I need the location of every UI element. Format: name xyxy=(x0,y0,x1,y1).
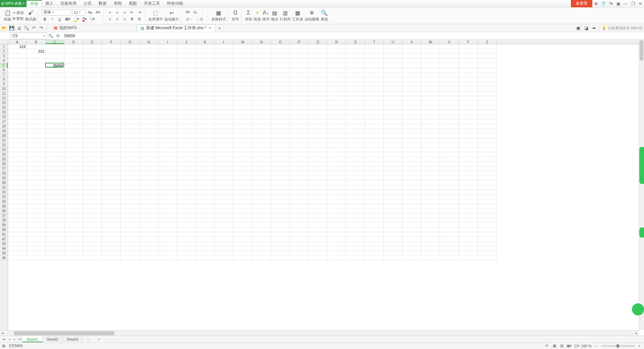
cell[interactable] xyxy=(158,134,177,138)
cell[interactable] xyxy=(83,237,102,242)
cell[interactable] xyxy=(346,91,365,96)
cell[interactable] xyxy=(8,251,27,256)
cell[interactable] xyxy=(421,209,440,213)
cell[interactable] xyxy=(121,228,140,232)
cell[interactable] xyxy=(309,246,327,251)
cell[interactable] xyxy=(233,162,252,166)
col-header[interactable]: R xyxy=(327,40,346,44)
cell[interactable] xyxy=(83,246,102,251)
font-size-combo[interactable]: 11▾ xyxy=(72,9,86,15)
cell[interactable] xyxy=(46,72,64,77)
cell[interactable] xyxy=(402,181,421,185)
cell[interactable] xyxy=(421,129,440,134)
cell[interactable] xyxy=(421,115,440,119)
cell[interactable] xyxy=(459,82,478,87)
cell[interactable] xyxy=(440,63,459,68)
cell[interactable] xyxy=(140,223,158,228)
cell[interactable] xyxy=(271,185,290,190)
cell[interactable] xyxy=(421,185,440,190)
cell[interactable] xyxy=(158,246,177,251)
cell[interactable] xyxy=(177,181,196,185)
cell[interactable] xyxy=(384,115,402,119)
cell[interactable] xyxy=(346,72,365,77)
cell[interactable] xyxy=(346,68,365,72)
cell[interactable] xyxy=(402,162,421,166)
cell[interactable] xyxy=(440,213,459,218)
cell[interactable] xyxy=(459,63,478,68)
cell[interactable] xyxy=(8,228,27,232)
cell[interactable] xyxy=(478,82,496,87)
sheet-next-icon[interactable]: ▸ xyxy=(12,338,17,341)
cell[interactable] xyxy=(402,101,421,105)
col-header[interactable]: U xyxy=(384,40,402,44)
cell[interactable] xyxy=(27,256,46,260)
cell[interactable] xyxy=(233,181,252,185)
cell[interactable] xyxy=(196,176,215,181)
cell[interactable] xyxy=(478,195,496,199)
cell[interactable] xyxy=(233,256,252,260)
cell[interactable] xyxy=(309,157,327,162)
cell[interactable] xyxy=(177,157,196,162)
scroll-thumb[interactable] xyxy=(640,40,643,60)
cell[interactable] xyxy=(83,115,102,119)
cell[interactable] xyxy=(102,148,121,152)
cell[interactable] xyxy=(233,115,252,119)
cell[interactable] xyxy=(252,195,271,199)
cell[interactable] xyxy=(46,237,64,242)
cell[interactable] xyxy=(64,58,83,63)
cell[interactable] xyxy=(384,190,402,195)
cell[interactable] xyxy=(102,242,121,246)
cell[interactable] xyxy=(27,237,46,242)
cell[interactable] xyxy=(83,256,102,260)
cell[interactable] xyxy=(252,129,271,134)
cell[interactable] xyxy=(196,96,215,101)
comma-button[interactable]: , xyxy=(200,9,206,15)
cell[interactable] xyxy=(478,251,496,256)
cell[interactable] xyxy=(215,185,233,190)
cell[interactable] xyxy=(440,115,459,119)
cell[interactable] xyxy=(271,110,290,115)
row-header[interactable]: 14 xyxy=(0,105,8,110)
cell[interactable] xyxy=(158,115,177,119)
cell[interactable] xyxy=(365,162,384,166)
cell[interactable] xyxy=(346,199,365,204)
open-icon[interactable]: 📂 xyxy=(1,25,7,31)
cell[interactable] xyxy=(196,119,215,124)
cell[interactable] xyxy=(365,256,384,260)
cell[interactable] xyxy=(252,115,271,119)
cell[interactable] xyxy=(102,63,121,68)
cell[interactable] xyxy=(384,223,402,228)
row-col-button[interactable]: ▥行和列 xyxy=(280,9,291,22)
cell[interactable] xyxy=(346,77,365,82)
cell[interactable] xyxy=(177,232,196,237)
cell[interactable] xyxy=(233,195,252,199)
cell[interactable] xyxy=(309,143,327,148)
cell[interactable] xyxy=(478,124,496,129)
cell[interactable] xyxy=(196,82,215,87)
row-header[interactable]: 19 xyxy=(0,129,8,134)
format-painter-button[interactable]: 🖌 格式刷 xyxy=(25,9,36,22)
cell[interactable] xyxy=(177,256,196,260)
cell[interactable] xyxy=(64,218,83,223)
cell[interactable] xyxy=(421,242,440,246)
cell[interactable] xyxy=(121,143,140,148)
cell[interactable] xyxy=(8,204,27,209)
cell[interactable] xyxy=(327,148,346,152)
cell[interactable] xyxy=(140,251,158,256)
cell[interactable] xyxy=(402,218,421,223)
cell[interactable] xyxy=(252,157,271,162)
cell[interactable] xyxy=(365,171,384,176)
italic-button[interactable]: I xyxy=(49,16,55,22)
cell[interactable] xyxy=(102,68,121,72)
cell[interactable] xyxy=(46,124,64,129)
cell[interactable] xyxy=(421,44,440,49)
cell[interactable] xyxy=(121,251,140,256)
vertical-scrollbar[interactable] xyxy=(639,40,644,330)
cell[interactable] xyxy=(365,213,384,218)
cell[interactable] xyxy=(402,242,421,246)
cell[interactable] xyxy=(46,209,64,213)
filter-button[interactable]: ▿筛选 xyxy=(254,9,261,22)
increase-font-button[interactable]: A▴ xyxy=(87,9,93,15)
cell[interactable] xyxy=(402,44,421,49)
cell[interactable] xyxy=(177,87,196,91)
